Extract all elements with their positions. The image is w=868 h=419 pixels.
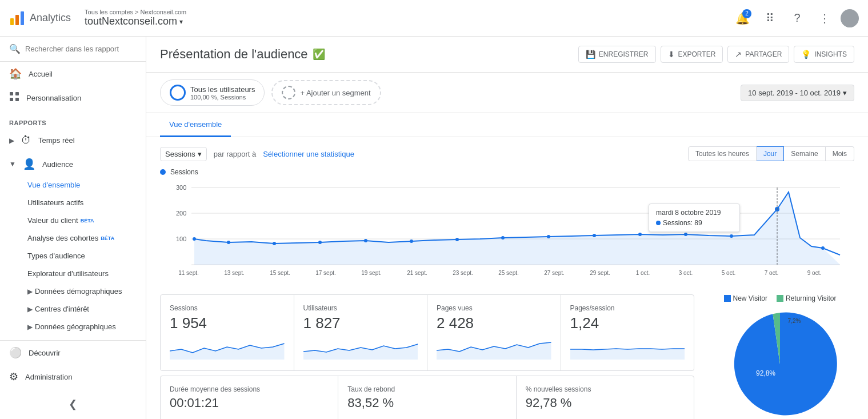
share-button[interactable]: ↗ PARTAGER [727,46,789,63]
metrics-row-2: Durée moyenne des sessions 00:01:21 Taux… [160,376,694,419]
pages-session-sparkline [570,337,685,360]
metric-bounce-value: 83,52 % [347,396,506,410]
export-icon: ⬇ [668,50,675,59]
metric-pageviews-label: Pages vues [437,304,551,312]
sidebar-sub-analyse-cohortes[interactable]: Analyse des cohortes BÉTA [0,229,146,247]
sidebar-sub-types-audience[interactable]: Types d'audience [0,247,146,265]
sidebar-sub-centres-interet[interactable]: ▶ Centres d'intérêt [0,300,146,318]
sidebar-section-rapports: RAPPORTS [0,110,146,129]
pie-legend-new-visitor: New Visitor [724,294,767,302]
returning-visitor-color [777,295,783,302]
collapse-icon: ❮ [69,398,77,410]
svg-rect-0 [10,18,14,25]
apps-button[interactable]: ⠿ [758,7,781,30]
tooltip-date: mardi 8 octobre 2019 [656,209,733,217]
sidebar-collapse[interactable]: ❮ [0,389,146,419]
svg-point-28 [730,234,733,238]
segment-all-users[interactable]: Tous les utilisateurs 100,00 %, Sessions [160,79,265,106]
metric-pageviews-value: 2 428 [437,314,551,332]
sidebar-item-personnalisation[interactable]: Personnalisation [0,86,146,110]
select-dropdown-icon: ▾ [198,150,202,158]
svg-text:15 sept.: 15 sept. [270,270,290,276]
segment-sub: 100,00 %, Sessions [190,94,255,101]
tabs-bar: Vue d'ensemble [146,113,868,137]
top-nav-right: 🔔 2 ⠿ ? ⋮ [731,7,859,30]
tooltip-sessions-label: Sessions: 89 [663,219,702,227]
svg-point-20 [364,239,367,242]
metric-new-sessions-value: 92,78 % [526,396,685,410]
save-icon: 💾 [586,50,595,59]
verified-icon: ✅ [313,48,325,61]
sidebar-item-label: Personnalisation [26,94,81,102]
metric-bounce-label: Taux de rebond [347,385,506,393]
svg-point-18 [273,242,276,245]
temps-reel-icon: ⏱ [21,134,31,146]
sidebar-sub-utilisateurs-actifs[interactable]: Utilisateurs actifs [0,194,146,212]
sidebar-item-administration[interactable]: ⚙ Administration [0,365,146,389]
main-content: Présentation de l'audience ✅ 💾 ENREGISTR… [146,37,868,419]
svg-text:23 sept.: 23 sept. [453,270,473,276]
account-name-dropdown[interactable]: toutNextconseil.com ▾ [85,15,186,27]
notifications-button[interactable]: 🔔 2 [731,7,754,30]
metric-avg-session-value: 00:01:21 [170,396,329,410]
analytics-logo-icon [9,10,25,26]
svg-point-30 [821,246,825,250]
sidebar-item-audience[interactable]: ▼ 👤 Audience [0,152,146,176]
export-button[interactable]: ⬇ EXPORTER [661,46,723,63]
sessions-sparkline [170,337,285,360]
account-dropdown-icon: ▾ [179,18,183,26]
time-month-btn[interactable]: Mois [826,146,854,161]
search-input[interactable] [25,45,137,53]
expand-icon: ▶ [27,323,33,331]
svg-point-27 [684,233,687,236]
time-all-btn[interactable]: Toutes les heures [688,146,757,161]
sessions-legend-dot [160,169,166,175]
sidebar-sub-explorateur[interactable]: Explorateur d'utilisateurs [0,265,146,282]
home-icon: 🏠 [9,67,22,80]
metric-pages-session-label: Pages/session [570,304,685,312]
sidebar-sub-donnees-geo[interactable]: ▶ Données géographiques [0,318,146,336]
sidebar-bottom: ⚪ Découvrir ⚙ Administration [0,340,146,389]
compare-stat-link[interactable]: Sélectionner une statistique [263,150,354,158]
chart-legend: Sessions [160,168,854,176]
help-button[interactable]: ? [786,7,809,30]
more-options-button[interactable]: ⋮ [813,7,836,30]
user-avatar[interactable] [841,9,859,27]
pie-svg: 92,8% 7,2% [723,307,837,419]
time-day-btn[interactable]: Jour [757,146,784,161]
svg-text:300: 300 [176,184,186,191]
segment-date-row: Tous les utilisateurs 100,00 %, Sessions… [146,73,868,113]
sidebar-item-accueil[interactable]: 🏠 Accueil [0,62,146,86]
segment-info: Tous les utilisateurs 100,00 %, Sessions [190,85,255,101]
sessions-label: Sessions [165,150,195,158]
insights-button[interactable]: 💡 INSIGHTS [794,46,854,63]
metric-sessions: Sessions 1 954 [161,295,294,370]
sidebar-item-decouvrir[interactable]: ⚪ Découvrir [0,341,146,365]
sidebar-sub-vue-ensemble[interactable]: Vue d'ensemble [0,176,146,194]
time-week-btn[interactable]: Semaine [784,146,825,161]
tooltip-sessions: Sessions: 89 [656,219,733,227]
personnalisation-icon [9,91,19,105]
sidebar-search-container: 🔍 [0,37,146,62]
svg-text:21 sept.: 21 sept. [407,270,427,276]
page-title: Présentation de l'audience [160,47,308,62]
svg-point-23 [501,236,505,240]
top-nav: Analytics Tous les comptes > Nextconseil… [0,0,868,37]
date-range-button[interactable]: 10 sept. 2019 - 10 oct. 2019 ▾ [741,85,854,101]
save-button[interactable]: 💾 ENREGISTRER [578,46,656,63]
metric-pages-session-value: 1,24 [570,314,685,332]
sidebar-sub-valeur-client[interactable]: Valeur du client BÉTA [0,212,146,229]
tab-vue-ensemble[interactable]: Vue d'ensemble [160,113,231,137]
sessions-legend-label: Sessions [170,168,198,176]
sidebar-sub-donnees-demo[interactable]: ▶ Données démographiques [0,282,146,300]
add-segment-circle-icon [282,86,295,99]
metric-select[interactable]: Sessions ▾ [160,147,207,161]
metric-pageviews: Pages vues 2 428 [427,295,561,370]
sidebar-item-temps-reel[interactable]: ▶ ⏱ Temps réel [0,129,146,152]
expand-icon: ▶ [27,288,33,296]
svg-rect-6 [15,92,19,95]
chart-tooltip: mardi 8 octobre 2019 Sessions: 89 [649,203,740,232]
tooltip-dot-icon [656,221,661,225]
add-segment-button[interactable]: + Ajouter un segment [271,80,381,105]
svg-point-25 [593,234,596,237]
